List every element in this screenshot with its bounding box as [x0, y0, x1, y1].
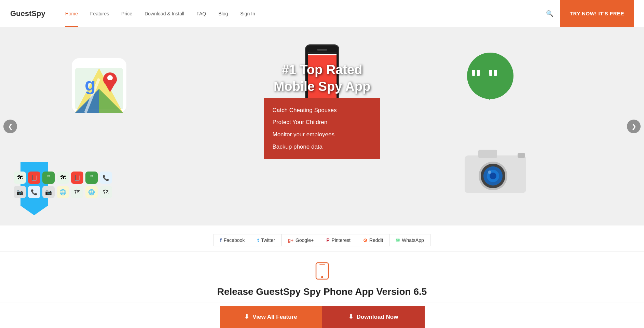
- mini-icon-14: 🗺: [100, 186, 112, 198]
- googleplus-share-button[interactable]: g+ Google+: [281, 234, 320, 246]
- nav-download[interactable]: Download & Install: [138, 0, 190, 27]
- hero-title-line1: #1 Top Rated: [264, 62, 380, 78]
- nav-blog[interactable]: Blog: [212, 0, 234, 27]
- red-box-line2: Protect Your Children: [273, 116, 372, 128]
- download-icon-now: ⬇: [348, 313, 353, 320]
- download-icon-view: ⬇: [244, 313, 249, 320]
- bottom-action-buttons: ⬇ View All Feature ⬇ Download Now: [0, 302, 644, 322]
- whatsapp-share-button[interactable]: ✉ WhatsApp: [389, 234, 430, 246]
- mini-icon-4: 🗺: [57, 172, 69, 184]
- red-box-line4: Backup phone data: [273, 141, 372, 153]
- facebook-share-button[interactable]: f Facebook: [214, 234, 251, 246]
- nav-features[interactable]: Features: [84, 0, 115, 27]
- mini-icon-6: ": [85, 172, 98, 184]
- nav-home[interactable]: Home: [59, 0, 84, 27]
- mini-icon-2: 📕: [28, 172, 40, 184]
- svg-text:": ": [470, 65, 481, 91]
- facebook-icon: f: [220, 237, 222, 243]
- view-feature-label: View All Feature: [252, 314, 297, 320]
- google-maps-icon: g: [72, 58, 126, 114]
- download-now-button[interactable]: ⬇ Download Now: [322, 306, 425, 322]
- pinterest-icon: P: [326, 237, 329, 243]
- mini-icon-10: 📷: [42, 186, 55, 198]
- svg-rect-16: [478, 150, 497, 158]
- mini-icon-9: 📞: [28, 186, 40, 198]
- hangouts-icon: " ": [463, 51, 518, 107]
- hero-section: g #1 Top Rated Mobile Spy App Catch Chea…: [0, 27, 644, 226]
- main-nav: Home Features Price Download & Install F…: [59, 0, 261, 27]
- search-icon: 🔍: [546, 10, 553, 17]
- nav-price[interactable]: Price: [115, 0, 138, 27]
- search-button[interactable]: 🔍: [544, 8, 555, 19]
- header: GuestSpy Home Features Price Download & …: [0, 0, 644, 27]
- whatsapp-icon: ✉: [396, 237, 400, 243]
- reddit-label: Reddit: [369, 237, 383, 243]
- twitter-icon: t: [257, 237, 259, 243]
- mini-icon-3: ": [42, 172, 55, 184]
- download-now-label: Download Now: [357, 314, 398, 320]
- svg-text:g: g: [85, 74, 96, 94]
- view-feature-button[interactable]: ⬇ View All Feature: [220, 306, 322, 322]
- release-title: Release GuestSpy Spy Phone App Version 6…: [7, 286, 637, 297]
- svg-text:": ": [488, 65, 498, 91]
- facebook-label: Facebook: [224, 237, 245, 243]
- pinterest-label: Pinterest: [332, 237, 351, 243]
- mini-icon-7: 📞: [100, 172, 112, 184]
- mini-icon-13: 🌐: [85, 186, 98, 198]
- svg-point-23: [488, 170, 491, 174]
- mini-icon-8: 📷: [14, 186, 26, 198]
- reddit-icon: ⊙: [363, 237, 367, 243]
- hero-title-line2: Mobile Spy App: [264, 78, 380, 95]
- carousel-next[interactable]: ❯: [627, 120, 641, 133]
- pinterest-share-button[interactable]: P Pinterest: [320, 234, 357, 246]
- try-now-button[interactable]: TRY NOW! IT'S FREE: [560, 0, 634, 27]
- mini-icon-1: 🗺: [14, 172, 26, 184]
- logo: GuestSpy: [10, 9, 45, 18]
- hero-title-area: #1 Top Rated Mobile Spy App Catch Cheati…: [264, 62, 380, 159]
- mobile-phone-icon: [7, 262, 637, 283]
- red-box-line3: Monitor your employees: [273, 128, 372, 141]
- googleplus-icon: g+: [288, 237, 293, 243]
- hero-red-box: Catch Cheating Spouses Protect Your Chil…: [264, 98, 380, 159]
- twitter-share-button[interactable]: t Twitter: [251, 234, 281, 246]
- svg-point-26: [321, 276, 323, 278]
- social-share-section: f Facebook t Twitter g+ Google+ P Pinter…: [0, 226, 644, 252]
- mini-icon-12: 🗺: [71, 186, 83, 198]
- googleplus-label: Google+: [296, 237, 314, 243]
- mini-icon-5: 📕: [71, 172, 83, 184]
- svg-rect-17: [518, 153, 525, 158]
- reddit-share-button[interactable]: ⊙ Reddit: [357, 234, 389, 246]
- camera-icon: [460, 144, 531, 200]
- nav-signin[interactable]: Sign In: [234, 0, 261, 27]
- svg-point-8: [107, 75, 113, 81]
- carousel-prev[interactable]: ❮: [3, 120, 17, 133]
- mini-icon-11: 🌐: [57, 186, 69, 198]
- header-right: 🔍 TRY NOW! IT'S FREE: [544, 0, 634, 27]
- nav-faq[interactable]: FAQ: [190, 0, 212, 27]
- twitter-label: Twitter: [261, 237, 275, 243]
- red-box-line1: Catch Cheating Spouses: [273, 104, 372, 117]
- mini-icons-area: 🗺 📕 " 🗺 📕 " 📞 📷 📞 📷 🌐 🗺 🌐 🗺: [14, 172, 116, 198]
- whatsapp-label: WhatsApp: [402, 237, 424, 243]
